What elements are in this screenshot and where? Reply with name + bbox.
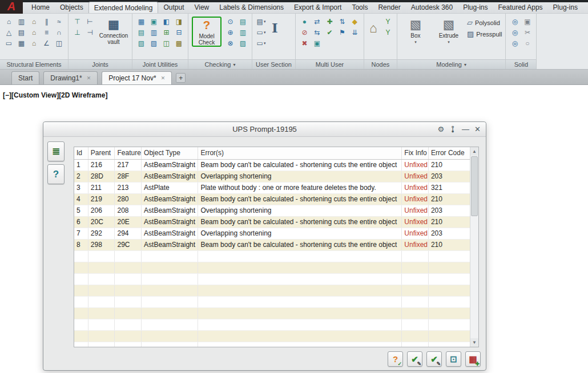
error-row[interactable]: 1216217AstBeamStraightBeam body can't be… [74,159,470,171]
error-report-button[interactable]: ≣ [47,141,65,161]
error-row[interactable]: 7292294AstBeamStraightOverlapping shorte… [74,228,470,239]
app-logo-icon[interactable]: A [0,0,23,14]
joint-fill-icon[interactable]: ▩ [174,38,184,48]
column-header-feature[interactable]: Feature [115,147,142,159]
zoom-to-object-button[interactable]: ⊡ [446,351,461,367]
ribbon-panel-label-checking[interactable]: Checking▾ [188,59,252,69]
ribbon-tab-autodesk-360[interactable]: Autodesk 360 [406,2,458,13]
check-list-icon[interactable]: ▥ [237,27,248,37]
ribbon-tab-export-import[interactable]: Export & Import [289,2,347,13]
building-icon[interactable]: ⌂ [29,27,39,37]
joint-split-icon[interactable]: ◧ [161,17,172,26]
node-y-icon[interactable]: Y [382,17,393,26]
close-tab-icon[interactable]: ✕ [87,75,91,81]
joint-frame-icon[interactable]: ◫ [161,38,172,48]
solid-circle3-icon[interactable]: ◎ [509,38,520,48]
presspull-button[interactable]: ▨Presspull [467,30,502,38]
dropdown-arrow-icon[interactable]: ▾ [264,19,266,24]
plate-grid-icon[interactable]: ▤ [16,27,27,37]
solid-cylinder-icon[interactable]: ○ [522,38,533,48]
document-tab-drawing1[interactable]: Drawing1*✕ [43,71,98,84]
reject-icon[interactable]: ✖ [299,38,310,48]
solid-slice-icon[interactable]: ✂ [522,27,533,37]
connection-vault-button[interactable]: ▦Connection vault [99,17,128,46]
stairs-icon[interactable]: ≡ [41,27,52,37]
minimize-icon[interactable]: — [462,125,469,133]
close-tab-icon[interactable]: ✕ [161,75,166,81]
exchange-icon[interactable]: ⇆ [312,27,323,37]
center-check-icon[interactable]: ⊕ [225,27,236,37]
master-icon[interactable]: ▣ [312,38,323,48]
ribbon-tab-featured-apps[interactable]: Featured Apps [493,2,548,13]
check-report-icon[interactable]: ▤ [237,17,248,26]
pin-icon[interactable]: ⊶ [449,125,457,133]
angle-icon[interactable]: ∠ [41,38,52,48]
polysolid-button[interactable]: ▱Polysolid [467,18,502,27]
joint-shade-icon[interactable]: ▨ [148,38,159,48]
dialog-titlebar[interactable]: UPS Prompt-19195 ⚙⊶—✕ [43,122,486,137]
ibeam-section-icon[interactable]: I [270,17,280,39]
clash-check-icon[interactable]: ⊙ [225,17,236,26]
column-header-error-s[interactable]: Error(s) [198,147,402,159]
model-check-button[interactable]: ?Model Check [192,17,221,47]
column-header-error-code[interactable]: Error Code [428,147,470,159]
recheck-model-button[interactable]: ?✓ [388,351,403,367]
error-row[interactable]: 829829CAstBeamStraightBeam body can't be… [74,239,470,250]
section-page-icon[interactable]: ▤▾ [256,17,267,26]
error-row[interactable]: 4219280AstBeamStraightBeam body can't be… [74,193,470,205]
roof-icon[interactable]: △ [3,27,14,37]
section-rect-icon[interactable]: ▭▾ [256,27,267,37]
error-row[interactable]: 620C20EAstBeamStraightBeam body can't be… [74,216,470,228]
joint-base-icon[interactable]: ⊥ [72,27,83,37]
curved-beam-icon[interactable]: ≈ [54,17,65,26]
profile-icon[interactable]: ◫ [54,38,65,48]
fix-all-button[interactable]: ✔✎ [426,351,442,367]
new-tab-button[interactable]: + [176,73,186,83]
close-icon[interactable]: ✕ [474,125,481,133]
ribbon-panel-label-multi-user[interactable]: Multi User [296,59,364,69]
joint-edit-icon[interactable]: ▣ [148,17,159,26]
columns-icon[interactable]: ▥ [16,17,27,26]
joint-copy-icon[interactable]: ▦ [136,17,147,26]
dropdown-arrow-icon[interactable]: ▾ [264,30,266,35]
ribbon-tab-tools[interactable]: Tools [347,2,373,13]
column-header-id[interactable]: Id [74,147,88,159]
dropdown-arrow-icon[interactable]: ▾ [414,40,417,44]
download-icon[interactable]: ⇊ [349,27,360,37]
node-house-icon[interactable]: ⌂ [368,17,379,39]
sync-icon[interactable]: ⇅ [337,17,348,26]
joint-corner-icon[interactable]: ⊢ [84,17,95,26]
help-button[interactable]: ? [47,164,65,184]
house-icon[interactable]: ⌂ [29,17,39,26]
document-tab-project-17-nov[interactable]: Project 17 Nov*✕ [102,71,172,84]
panel-dropdown-arrow-icon[interactable]: ▾ [233,62,235,67]
error-row[interactable]: 3211213AstPlatePlate without body : one … [74,182,470,193]
column-header-object-type[interactable]: Object Type [142,147,198,159]
viewport-view-control[interactable]: [Custom View] [11,91,59,99]
ribbon-tab-view[interactable]: View [189,2,214,13]
ribbon-tab-extended-modeling[interactable]: Extended Modeling [88,2,159,13]
joint-remove-icon[interactable]: ⊟ [174,27,184,37]
accept-icon[interactable]: ✔ [324,27,335,37]
joint-merge-icon[interactable]: ◨ [174,17,184,26]
joint-rows-icon[interactable]: ▥ [148,27,159,37]
drawing-canvas[interactable]: [−][Custom View][2D Wireframe] UPS Promp… [0,85,588,372]
release-icon[interactable]: ⊘ [299,27,310,37]
ribbon-tab-labels-dimensions[interactable]: Labels & Dimensions [214,2,289,13]
column-header-parent[interactable]: Parent [88,147,115,159]
dropdown-arrow-icon[interactable]: ▾ [448,40,450,44]
panel-dropdown-arrow-icon[interactable]: ▾ [464,62,466,67]
plate-icon[interactable]: ▭ [3,38,14,48]
check-sheet-icon[interactable]: ▨ [237,38,248,48]
solid-circle-icon[interactable]: ◎ [509,17,520,26]
ribbon-panel-label-joint-utilities[interactable]: Joint Utilities [132,59,188,69]
ribbon-tab-output[interactable]: Output [158,2,189,13]
solid-circle2-icon[interactable]: ◎ [509,27,520,37]
vertical-scrollbar[interactable]: ▲ ▼ [470,147,478,347]
extrude-button[interactable]: ▧Extrude▾ [434,17,464,44]
fix-selected-button[interactable]: ✔✎ [407,351,422,367]
dropdown-arrow-icon[interactable]: ▾ [264,41,266,46]
column-header-fix-info[interactable]: Fix Info [402,147,429,159]
joint-hatch-icon[interactable]: ▧ [136,38,147,48]
ribbon-panel-label-nodes[interactable]: Nodes [364,59,397,69]
